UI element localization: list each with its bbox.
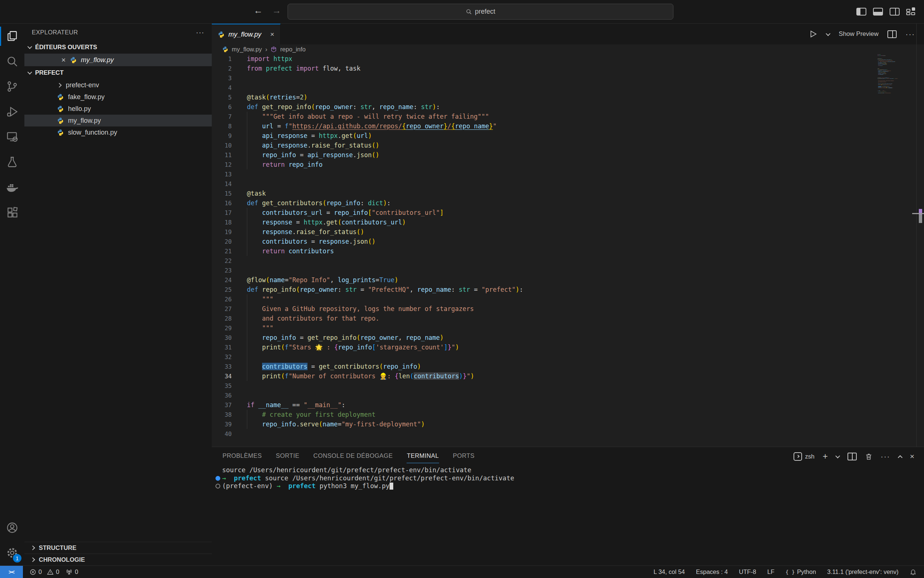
code-line-26[interactable]: 26 """ bbox=[212, 294, 924, 304]
breadcrumb-symbol[interactable]: repo_info bbox=[280, 46, 306, 53]
panel-more-actions-icon[interactable]: ··· bbox=[881, 452, 890, 461]
customize-layout-icon[interactable] bbox=[906, 7, 916, 16]
maximize-panel-chevron-icon[interactable] bbox=[898, 455, 903, 459]
show-preview-button[interactable]: Show Preview bbox=[838, 30, 879, 38]
new-terminal-button[interactable]: + bbox=[823, 451, 828, 461]
code-line-40[interactable]: 40 bbox=[212, 429, 924, 438]
toggle-sidebar-left-icon[interactable] bbox=[856, 8, 866, 16]
code-line-4[interactable]: 4 bbox=[212, 83, 924, 93]
code-line-5[interactable]: 5@task(retries=2) bbox=[212, 93, 924, 102]
code-line-33[interactable]: 33 contributors = get_contributors(repo_… bbox=[212, 362, 924, 371]
sidebar-item-testing[interactable] bbox=[0, 149, 24, 175]
open-editors-header[interactable]: ÉDITEURS OUVERTS bbox=[24, 41, 212, 54]
code-line-21[interactable]: 21 return contributors bbox=[212, 246, 924, 256]
code-line-16[interactable]: 16def get_contributors(repo_info: dict): bbox=[212, 198, 924, 208]
run-dropdown-chevron-icon[interactable] bbox=[826, 31, 830, 36]
explorer-more-actions[interactable]: ··· bbox=[196, 28, 204, 37]
python-interpreter[interactable]: 3.11.1 ('prefect-env': venv) bbox=[827, 568, 898, 575]
code-line-29[interactable]: 29 """ bbox=[212, 323, 924, 333]
code-line-30[interactable]: 30 repo_info = get_repo_info(repo_owner,… bbox=[212, 333, 924, 343]
remote-indicator[interactable]: >< bbox=[0, 566, 23, 578]
terminal-shell-badge[interactable]: zsh bbox=[793, 452, 815, 461]
sidebar-item-run-debug[interactable] bbox=[0, 99, 24, 124]
breadcrumb-file[interactable]: my_flow.py bbox=[232, 46, 262, 53]
code-line-15[interactable]: 15@task bbox=[212, 188, 924, 198]
code-line-10[interactable]: 10 api_response.raise_for_status() bbox=[212, 141, 924, 150]
code-line-35[interactable]: 35 bbox=[212, 381, 924, 391]
code-line-38[interactable]: 38 # create your first deployment bbox=[212, 410, 924, 419]
more-actions-icon[interactable]: ··· bbox=[906, 30, 915, 39]
panel-tab-terminal[interactable]: TERMINAL bbox=[406, 448, 439, 463]
code-line-37[interactable]: 37if __name__ == "__main__": bbox=[212, 400, 924, 410]
code-line-17[interactable]: 17 contributors_url = repo_info["contrib… bbox=[212, 208, 924, 218]
file-tree-item-fake_flow.py[interactable]: fake_flow.py bbox=[24, 91, 212, 103]
split-terminal-icon[interactable] bbox=[848, 453, 857, 460]
sidebar-item-extensions[interactable] bbox=[0, 200, 24, 225]
close-icon[interactable]: × bbox=[61, 56, 66, 64]
code-line-40[interactable]: 40 bbox=[877, 93, 914, 94]
sidebar-item-source-control[interactable] bbox=[0, 74, 24, 99]
language-mode[interactable]: { } Python bbox=[785, 568, 816, 575]
panel-tab-probl-mes[interactable]: PROBLÈMES bbox=[222, 448, 262, 463]
code-line-39[interactable]: 39 repo_info.serve(name="my-first-deploy… bbox=[212, 419, 924, 429]
file-tree-item-slow_function.py[interactable]: slow_function.py bbox=[24, 127, 212, 138]
code-area[interactable]: 1import httpx2from prefect import flow, … bbox=[212, 54, 924, 447]
code-line-34[interactable]: 34 print(f"Number of contributors 👷: {le… bbox=[212, 371, 924, 381]
code-line-31[interactable]: 31 print(f"Stars 🌟 : {repo_info['stargaz… bbox=[212, 343, 924, 352]
close-icon[interactable]: × bbox=[270, 30, 274, 39]
timeline-section-header[interactable]: CHRONOLOGIE bbox=[24, 554, 212, 565]
code-line-25[interactable]: 25def repo_info(repo_owner: str = "Prefe… bbox=[212, 285, 924, 294]
code-line-18[interactable]: 18 response = httpx.get(contributors_url… bbox=[212, 218, 924, 227]
code-line-36[interactable]: 36 bbox=[212, 391, 924, 400]
panel-tab-console-de-d-bogage[interactable]: CONSOLE DE DÉBOGAGE bbox=[313, 448, 393, 463]
cursor-position[interactable]: L 34, col 54 bbox=[654, 568, 685, 575]
tab-my-flow[interactable]: my_flow.py × bbox=[212, 24, 280, 44]
file-tree-item-hello.py[interactable]: hello.py bbox=[24, 103, 212, 115]
code-line-20[interactable]: 20 contributors = response.json() bbox=[212, 237, 924, 246]
code-line-6[interactable]: 6def get_repo_info(repo_owner: str, repo… bbox=[212, 102, 924, 112]
sidebar-item-docker[interactable] bbox=[0, 175, 24, 200]
problems-status[interactable]: 0 0 bbox=[29, 568, 59, 575]
sidebar-item-remote-explorer[interactable] bbox=[0, 124, 24, 149]
open-editor-item[interactable]: × my_flow.py bbox=[24, 54, 212, 66]
folder-section-header[interactable]: PREFECT bbox=[24, 66, 212, 79]
code-line-8[interactable]: 8 url = f"https://api.github.com/repos/{… bbox=[212, 121, 924, 131]
close-panel-icon[interactable]: × bbox=[910, 452, 914, 461]
settings-button[interactable]: 1 bbox=[0, 540, 24, 565]
code-line-9[interactable]: 9 api_response = httpx.get(url) bbox=[212, 131, 924, 141]
code-line-22[interactable]: 22 bbox=[212, 256, 924, 266]
code-line-27[interactable]: 27 Given a GitHub repository, logs the n… bbox=[212, 304, 924, 313]
panel-tab-sortie[interactable]: SORTIE bbox=[275, 448, 300, 463]
toggle-panel-icon[interactable] bbox=[873, 8, 883, 16]
indentation-status[interactable]: Espaces : 4 bbox=[696, 568, 728, 575]
terminal-dropdown-chevron-icon[interactable] bbox=[835, 453, 840, 458]
accounts-button[interactable] bbox=[0, 515, 24, 540]
forward-arrow-icon[interactable]: → bbox=[272, 5, 281, 16]
code-line-32[interactable]: 32 bbox=[212, 352, 924, 362]
code-line-23[interactable]: 23 bbox=[212, 266, 924, 275]
command-center-search[interactable]: prefect bbox=[288, 4, 673, 19]
code-line-1[interactable]: 1import httpx bbox=[212, 54, 924, 63]
code-line-2[interactable]: 2from prefect import flow, task bbox=[212, 63, 924, 73]
eol-status[interactable]: LF bbox=[767, 568, 774, 575]
back-arrow-icon[interactable]: ← bbox=[254, 5, 263, 16]
code-line-12[interactable]: 12 return repo_info bbox=[212, 160, 924, 169]
forwarded-ports-status[interactable]: 0 bbox=[66, 568, 78, 575]
code-line-3[interactable]: 3 bbox=[212, 73, 924, 83]
code-line-19[interactable]: 19 response.raise_for_status() bbox=[212, 227, 924, 237]
file-tree-item-my_flow.py[interactable]: my_flow.py bbox=[24, 115, 212, 127]
code-line-24[interactable]: 24@flow(name="Repo Info", log_prints=Tru… bbox=[212, 275, 924, 285]
sidebar-item-search[interactable] bbox=[0, 49, 24, 74]
structure-section-header[interactable]: STRUCTURE bbox=[24, 542, 212, 554]
minimap[interactable]: 1import httpx2from prefect import flow, … bbox=[877, 54, 916, 446]
kill-terminal-trash-icon[interactable] bbox=[865, 453, 873, 460]
sidebar-item-explorer[interactable] bbox=[0, 24, 24, 49]
encoding-status[interactable]: UTF-8 bbox=[739, 568, 756, 575]
bell-icon[interactable] bbox=[909, 568, 917, 575]
code-line-7[interactable]: 7 """Get info about a repo - will retry … bbox=[212, 112, 924, 121]
code-line-14[interactable]: 14 bbox=[212, 179, 924, 188]
terminal-output[interactable]: source /Users/henricourdent/git/prefect/… bbox=[212, 466, 924, 565]
panel-tab-ports[interactable]: PORTS bbox=[452, 448, 475, 463]
toggle-sidebar-right-icon[interactable] bbox=[890, 8, 900, 16]
code-line-28[interactable]: 28 and contributors for that repo. bbox=[212, 313, 924, 323]
